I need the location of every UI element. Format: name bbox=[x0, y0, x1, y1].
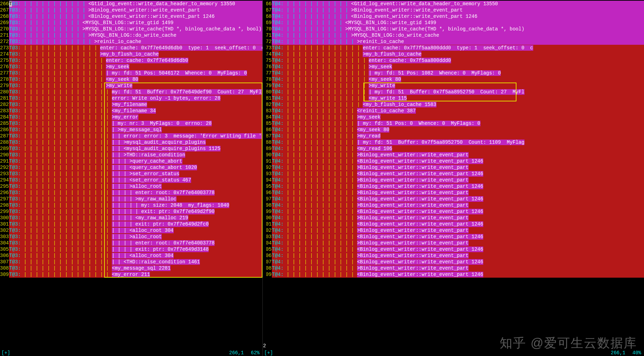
log-text: my: fd: 51 Buffer: 0x7f7e649def90 Count:… bbox=[112, 89, 262, 95]
log-line[interactable]: 308T@3: | | | | | | | | | | | | | | | <m… bbox=[0, 265, 262, 271]
log-line[interactable]: 287T@4: | | | | | | | | | | | | >my_read bbox=[263, 133, 644, 139]
log-line[interactable]: 293T@3: | | | | | | | | | | | | | | | | … bbox=[0, 171, 262, 177]
log-line[interactable]: 284T@4: | | | | | | | | | | | | >my_seek bbox=[263, 114, 644, 120]
diff-pane-right[interactable]: 266T@4: | | | | | | | | | | | <Gtid_log_… bbox=[263, 0, 644, 356]
log-line[interactable]: 270T@3: | | | | | | | | | | >MYSQL_BIN_L… bbox=[0, 26, 262, 32]
log-line[interactable]: 305T@3: | | | | | | | | | | | | | | | | … bbox=[0, 246, 262, 252]
log-line[interactable]: 281T@4: | | | | | | | | | | | | | | <my_… bbox=[263, 95, 644, 101]
log-line[interactable]: 266T@4: | | | | | | | | | | | <Gtid_log_… bbox=[263, 1, 644, 7]
log-line[interactable]: 295T@4: | | | | | | | | | | | | <Binlog_… bbox=[263, 183, 644, 190]
log-line[interactable]: 273T@4: | | | | | | | | | | | | | enter:… bbox=[263, 45, 644, 51]
log-line[interactable]: 274T@4: | | | | | | | | | | | | | >my_b_… bbox=[263, 51, 644, 57]
log-line[interactable]: 266T@3: | | | | | | | | | | | <Gtid_log_… bbox=[0, 1, 262, 7]
log-line[interactable]: 279T@4: | | | | | | | | | | | | | | >my_… bbox=[263, 83, 644, 89]
log-line[interactable]: 306T@4: | | | | | | | | | | | | >Binlog_… bbox=[263, 252, 644, 259]
log-line[interactable]: 275T@4: | | | | | | | | | | | | | | ente… bbox=[263, 57, 644, 64]
log-line[interactable]: 280T@4: | | | | | | | | | | | | | | | my… bbox=[263, 89, 644, 95]
log-line[interactable]: 278T@4: | | | | | | | | | | | | | | <my_… bbox=[263, 76, 644, 83]
log-line[interactable]: 300T@3: | | | | | | | | | | | | | | | | … bbox=[0, 215, 262, 221]
log-line[interactable]: 297T@3: | | | | | | | | | | | | | | | | … bbox=[0, 196, 262, 202]
log-line[interactable]: 309T@4: | | | | | | | | | | | | <Binlog_… bbox=[263, 271, 644, 278]
thread-label: T@3: bbox=[9, 202, 21, 208]
log-line[interactable]: 282T@4: | | | | | | | | | | | | | <my_b_… bbox=[263, 101, 644, 108]
line-number: 297 bbox=[0, 196, 9, 202]
log-line[interactable]: 289T@3: | | | | | | | | | | | | | | | | … bbox=[0, 145, 262, 152]
log-line[interactable]: 308T@4: | | | | | | | | | | | | >Binlog_… bbox=[263, 265, 644, 271]
log-line[interactable]: 296T@3: | | | | | | | | | | | | | | | | … bbox=[0, 190, 262, 196]
log-line[interactable]: 305T@4: | | | | | | | | | | | | <Binlog_… bbox=[263, 246, 644, 252]
log-line[interactable]: 277T@4: | | | | | | | | | | | | | | | my… bbox=[263, 70, 644, 76]
log-line[interactable]: 276T@3: | | | | | | | | | | | | | | >my_… bbox=[0, 64, 262, 70]
log-line[interactable]: 272T@3: | | | | | | | | | | | | >reinit_… bbox=[0, 38, 262, 45]
log-line[interactable]: 286T@3: | | | | | | | | | | | | | | | | … bbox=[0, 127, 262, 133]
log-line[interactable]: 303T@4: | | | | | | | | | | | | <Binlog_… bbox=[263, 234, 644, 240]
log-line[interactable]: 304T@3: | | | | | | | | | | | | | | | | … bbox=[0, 240, 262, 246]
log-line[interactable]: 302T@4: | | | | | | | | | | | | >Binlog_… bbox=[263, 227, 644, 234]
log-line[interactable]: 291T@3: | | | | | | | | | | | | | | | | … bbox=[0, 158, 262, 164]
log-line[interactable]: 271T@3: | | | | | | | | | | | >MYSQL_BIN… bbox=[0, 32, 262, 38]
log-line[interactable]: 288T@3: | | | | | | | | | | | | | | | | … bbox=[0, 139, 262, 145]
log-line[interactable]: 273T@3: | | | | | | | | | | | | | enter:… bbox=[0, 45, 262, 51]
log-line[interactable]: 267T@4: | | | | | | | | | | | >Binlog_ev… bbox=[263, 7, 644, 13]
log-line[interactable]: 289T@4: | | | | | | | | | | | | <my_read… bbox=[263, 145, 644, 152]
log-line[interactable]: 279T@3: | | | | | | | | | | | | | | >my_… bbox=[0, 83, 262, 89]
log-line[interactable]: 293T@4: | | | | | | | | | | | | <Binlog_… bbox=[263, 171, 644, 177]
log-line[interactable]: 299T@3: | | | | | | | | | | | | | | | | … bbox=[0, 208, 262, 215]
log-line[interactable]: 292T@3: | | | | | | | | | | | | | | | | … bbox=[0, 164, 262, 171]
log-line[interactable]: 301T@3: | | | | | | | | | | | | | | | | … bbox=[0, 221, 262, 227]
log-line[interactable]: 306T@3: | | | | | | | | | | | | | | | | … bbox=[0, 252, 262, 259]
log-line[interactable]: 294T@3: | | | | | | | | | | | | | | | | … bbox=[0, 177, 262, 183]
log-line[interactable]: 288T@4: | | | | | | | | | | | | | my: fd… bbox=[263, 139, 644, 145]
log-line[interactable]: 285T@4: | | | | | | | | | | | | | my: fd… bbox=[263, 120, 644, 127]
log-line[interactable]: 290T@3: | | | | | | | | | | | | | | | | … bbox=[0, 152, 262, 158]
log-line[interactable]: 281T@3: | | | | | | | | | | | | | | | er… bbox=[0, 95, 262, 101]
log-line[interactable]: 283T@3: | | | | | | | | | | | | | | | <m… bbox=[0, 108, 262, 114]
thread-label: T@3: bbox=[9, 14, 21, 19]
log-line[interactable]: 267T@3: | | | | | | | | | | | >Binlog_ev… bbox=[0, 7, 262, 13]
log-line[interactable]: 269T@4: | | | | | | | | | | <MYSQL_BIN_L… bbox=[263, 20, 644, 26]
thread-label: T@4: bbox=[272, 240, 284, 246]
log-line[interactable]: 303T@3: | | | | | | | | | | | | | | | | … bbox=[0, 234, 262, 240]
log-line[interactable]: 304T@4: | | | | | | | | | | | | >Binlog_… bbox=[263, 240, 644, 246]
log-line[interactable]: 282T@3: | | | | | | | | | | | | | | | >m… bbox=[0, 101, 262, 108]
log-line[interactable]: 277T@3: | | | | | | | | | | | | | | | my… bbox=[0, 70, 262, 76]
vertical-split-divider[interactable]: 2 bbox=[263, 0, 266, 350]
thread-label: T@4: bbox=[272, 184, 284, 189]
log-line[interactable]: 268T@4: | | | | | | | | | | | <Binlog_ev… bbox=[263, 13, 644, 20]
log-line[interactable]: 307T@4: | | | | | | | | | | | | <Binlog_… bbox=[263, 259, 644, 265]
log-line[interactable]: 295T@3: | | | | | | | | | | | | | | | | … bbox=[0, 183, 262, 190]
log-line[interactable]: 301T@4: | | | | | | | | | | | | <Binlog_… bbox=[263, 221, 644, 227]
log-line[interactable]: 285T@3: | | | | | | | | | | | | | | | | … bbox=[0, 120, 262, 127]
log-line[interactable]: 294T@4: | | | | | | | | | | | | >Binlog_… bbox=[263, 177, 644, 183]
log-line[interactable]: 296T@4: | | | | | | | | | | | | >Binlog_… bbox=[263, 190, 644, 196]
log-line[interactable]: 271T@4: | | | | | | | | | | | >MYSQL_BIN… bbox=[263, 32, 644, 38]
log-line[interactable]: 302T@3: | | | | | | | | | | | | | | | | … bbox=[0, 227, 262, 234]
log-line[interactable]: 274T@3: | | | | | | | | | | | | | >my_b_… bbox=[0, 51, 262, 57]
log-line[interactable]: 276T@4: | | | | | | | | | | | | | | >my_… bbox=[263, 64, 644, 70]
log-line[interactable]: 287T@3: | | | | | | | | | | | | | | | | … bbox=[0, 133, 262, 139]
log-line[interactable]: 269T@3: | | | | | | | | | | <MYSQL_BIN_L… bbox=[0, 20, 262, 26]
log-line[interactable]: 275T@3: | | | | | | | | | | | | | | ente… bbox=[0, 57, 262, 64]
depth-indicator: | | | | | | | | | | | | | | | bbox=[24, 171, 112, 177]
log-line[interactable]: 297T@4: | | | | | | | | | | | | <Binlog_… bbox=[263, 196, 644, 202]
log-line[interactable]: 268T@3: | | | | | | | | | | | <Binlog_ev… bbox=[0, 13, 262, 20]
log-line[interactable]: 272T@4: | | | | | | | | | | | | >reinit_… bbox=[263, 38, 644, 45]
log-line[interactable]: 300T@4: | | | | | | | | | | | | >Binlog_… bbox=[263, 215, 644, 221]
log-line[interactable]: 284T@3: | | | | | | | | | | | | | | | >m… bbox=[0, 114, 262, 120]
log-line[interactable]: 283T@4: | | | | | | | | | | | | <reinit_… bbox=[263, 108, 644, 114]
log-line[interactable]: 278T@3: | | | | | | | | | | | | | | <my_… bbox=[0, 76, 262, 83]
thread-label: T@3: bbox=[9, 190, 21, 195]
log-line[interactable]: 280T@3: | | | | | | | | | | | | | | | my… bbox=[0, 89, 262, 95]
log-line[interactable]: 307T@3: | | | | | | | | | | | | | | | | … bbox=[0, 259, 262, 265]
log-line[interactable]: 292T@4: | | | | | | | | | | | | >Binlog_… bbox=[263, 164, 644, 171]
log-line[interactable]: 298T@4: | | | | | | | | | | | | >Binlog_… bbox=[263, 202, 644, 208]
log-line[interactable]: 298T@3: | | | | | | | | | | | | | | | | … bbox=[0, 202, 262, 208]
log-line[interactable]: 290T@4: | | | | | | | | | | | | >Binlog_… bbox=[263, 152, 644, 158]
thread-label: T@4: bbox=[272, 114, 284, 120]
log-line[interactable]: 309T@3: | | | | | | | | | | | | | | | <m… bbox=[0, 271, 262, 278]
log-line[interactable]: 299T@4: | | | | | | | | | | | | <Binlog_… bbox=[263, 208, 644, 215]
log-line[interactable]: 286T@4: | | | | | | | | | | | | <my_seek… bbox=[263, 127, 644, 133]
diff-pane-left[interactable]: 266T@3: | | | | | | | | | | | <Gtid_log_… bbox=[0, 0, 263, 356]
log-line[interactable]: 291T@4: | | | | | | | | | | | | <Binlog_… bbox=[263, 158, 644, 164]
log-line[interactable]: 270T@4: | | | | | | | | | | >MYSQL_BIN_L… bbox=[263, 26, 644, 32]
